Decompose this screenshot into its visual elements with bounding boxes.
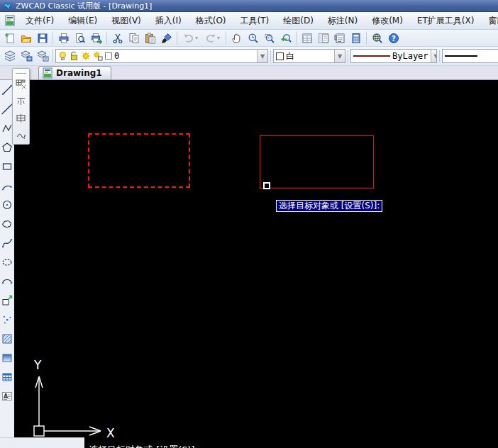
command-line-text: 选择目标对象或 [设置(S)]: [89, 444, 498, 448]
menu-et-tools[interactable]: ET扩展工具(X) [410, 12, 482, 30]
et-mini-toolbar [12, 68, 30, 145]
et-tool-button-1[interactable] [14, 77, 28, 91]
layer-combo-dropdown[interactable]: ▼ [257, 50, 267, 62]
redo-dropdown-caret[interactable]: ▾ [217, 35, 220, 41]
et-tool-button-2[interactable] [14, 94, 28, 108]
bulb-icon [58, 51, 67, 61]
arc-button[interactable] [0, 176, 14, 195]
freeze-icon [93, 51, 103, 61]
pan-button[interactable] [228, 30, 245, 46]
menu-insert[interactable]: 插入(I) [148, 12, 189, 30]
lineweight-combo[interactable] [442, 49, 498, 63]
paste-button[interactable] [142, 30, 158, 46]
copy-icon [128, 33, 140, 44]
dwg-document-icon [4, 15, 16, 26]
copy-button[interactable] [126, 30, 142, 46]
open-button[interactable] [18, 30, 34, 46]
layer-previous-button[interactable] [18, 48, 34, 64]
layer-states-manager-button[interactable] [34, 48, 50, 64]
et-tool-button-3[interactable] [14, 111, 28, 125]
line-icon [1, 84, 13, 96]
print-button[interactable] [55, 30, 72, 46]
ellipse-arc-button[interactable] [0, 271, 14, 291]
undo-button[interactable]: ▾ [179, 30, 201, 46]
zoom-window-button[interactable] [261, 30, 277, 46]
menu-edit[interactable]: 编辑(E) [61, 12, 104, 30]
et-tool-button-4[interactable] [14, 128, 28, 142]
layer-combo[interactable]: 0 ▼ [55, 49, 268, 63]
design-center-button[interactable] [315, 30, 331, 46]
zoom-realtime-button[interactable] [245, 30, 261, 46]
quick-calc-button[interactable] [348, 30, 364, 46]
spline-button[interactable] [0, 233, 14, 252]
menu-window[interactable]: 窗口(W) [481, 12, 498, 30]
gradient-icon [1, 352, 13, 364]
print-preview-button[interactable] [72, 30, 88, 46]
svg-text:?: ? [392, 34, 396, 42]
ellipse-button[interactable] [0, 252, 14, 271]
gradient-button[interactable] [0, 348, 14, 367]
undo-icon [183, 33, 194, 44]
rectangle-button[interactable] [0, 157, 14, 176]
separator [296, 32, 297, 45]
circle-button[interactable] [0, 195, 14, 214]
menu-file[interactable]: 文件(F) [18, 12, 61, 30]
linetype-combo[interactable]: ByLayer ▼ [350, 49, 437, 63]
undo-dropdown-caret[interactable]: ▾ [195, 35, 198, 41]
hatch-button[interactable] [0, 329, 14, 348]
save-button[interactable] [34, 30, 50, 46]
spline-icon [1, 237, 13, 249]
menu-tools[interactable]: 工具(T) [233, 12, 277, 30]
layers-toolbar: 0 ▼ 白 ▼ ByLayer ▼ [0, 47, 498, 66]
mtext-button[interactable]: A [0, 386, 14, 405]
toolbar-grip-handle[interactable] [16, 72, 26, 74]
new-button[interactable] [1, 30, 18, 46]
format-painter-button[interactable] [158, 30, 175, 46]
menu-dimension[interactable]: 标注(N) [321, 12, 365, 30]
pickbox-cursor[interactable] [263, 182, 270, 189]
et-tool-3-icon [16, 113, 26, 123]
linetype-combo-dropdown[interactable]: ▼ [431, 50, 437, 62]
color-combo-dropdown[interactable]: ▼ [334, 50, 345, 62]
revision-cloud-button[interactable] [0, 214, 14, 233]
color-combo[interactable]: 白 ▼ [273, 49, 345, 63]
et-tool-1-icon [16, 79, 26, 89]
help-icon: ? [388, 33, 399, 44]
color-value: 白 [286, 50, 294, 62]
menu-format[interactable]: 格式(O) [189, 12, 233, 30]
insert-block-button[interactable] [0, 291, 14, 310]
command-line[interactable]: 选择目标对象或 [设置(S)]: [89, 441, 498, 448]
tool-palettes-button[interactable] [331, 30, 348, 46]
hatch-icon [1, 333, 13, 345]
svg-text:A: A [4, 393, 9, 399]
rectangle-entity[interactable] [260, 135, 374, 189]
pan-icon [231, 33, 243, 44]
help-button[interactable]: ? [385, 30, 402, 46]
menu-draw[interactable]: 绘图(D) [276, 12, 321, 30]
dwg-tab-icon [42, 67, 53, 79]
find-button[interactable] [369, 30, 385, 46]
menu-bar: 文件(F) 编辑(E) 视图(V) 插入(I) 格式(O) 工具(T) 绘图(D… [0, 12, 498, 30]
plot-button[interactable] [88, 30, 104, 46]
redo-button[interactable]: ▾ [201, 30, 223, 46]
selected-rectangle-entity[interactable] [88, 133, 190, 188]
separator [270, 50, 271, 62]
unlock-icon [70, 51, 79, 61]
properties-palette-button[interactable] [299, 30, 315, 46]
layer-properties-manager-button[interactable] [1, 48, 18, 64]
tab-drawing1[interactable]: Drawing1 [38, 66, 111, 79]
separator [52, 50, 53, 62]
new-icon [4, 33, 16, 44]
standard-toolbar: ▾ ▾ ? [0, 30, 498, 47]
menu-view[interactable]: 视图(V) [104, 12, 148, 30]
title-bar: ZWCAD Classic 试用版 - [Drawing1] [0, 0, 498, 12]
menu-modify[interactable]: 修改(M) [365, 12, 410, 30]
layer-color-swatch [105, 52, 112, 60]
mtext-icon: A [1, 391, 13, 402]
table-button[interactable] [0, 367, 14, 386]
cut-button[interactable] [109, 30, 126, 46]
print-icon [58, 33, 70, 44]
point-button[interactable] [0, 310, 14, 329]
revision-cloud-icon [1, 218, 13, 230]
zoom-previous-button[interactable] [277, 30, 294, 46]
